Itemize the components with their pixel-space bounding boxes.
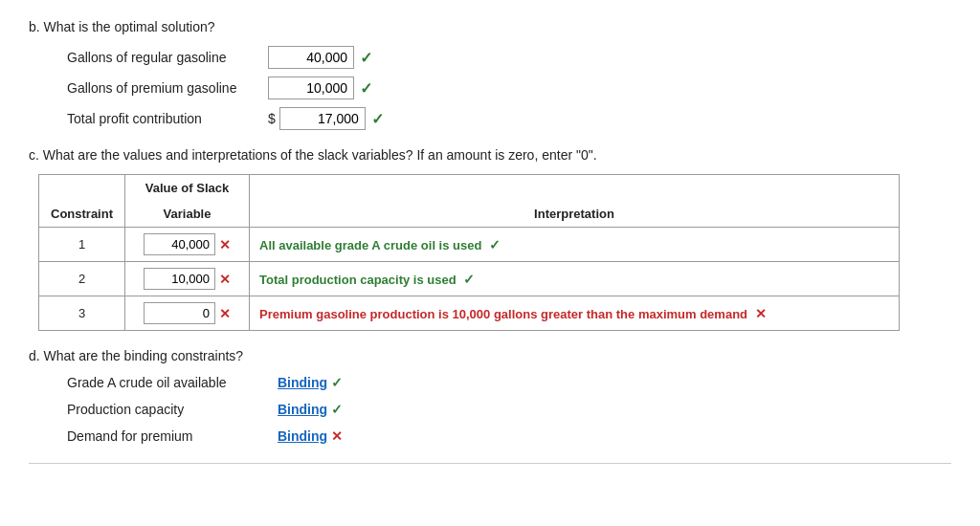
slack-value-3-cell	[125, 296, 250, 331]
binding-crude-oil-label: Grade A crude oil available	[67, 375, 278, 390]
regular-gasoline-row: Gallons of regular gasoline	[67, 46, 951, 69]
binding-production-row: Production capacity Binding	[67, 402, 951, 417]
constraint-2: 2	[39, 262, 125, 296]
header-interpretation: Interpretation	[250, 175, 900, 228]
table-row: 1 All available grade A crude oil is use…	[39, 228, 900, 262]
binding-production-value: Binding	[278, 402, 327, 417]
binding-production-check-icon	[331, 402, 343, 417]
table-row: 3 Premium gasoline production is 10,000 …	[39, 296, 900, 331]
premium-gasoline-check-icon	[360, 79, 372, 98]
header-variable: Variable	[125, 201, 250, 228]
constraint-3: 3	[39, 296, 125, 331]
slack-value-2-input[interactable]	[144, 268, 215, 290]
slack-table: Constraint Value of Slack Interpretation…	[38, 174, 900, 331]
binding-demand-row: Demand for premium Binding	[67, 428, 951, 444]
slack-value-3-input[interactable]	[144, 302, 215, 324]
interp-3-wrong-icon	[755, 306, 767, 321]
interp-2-cell: Total production capacity is used	[250, 262, 900, 296]
slack-value-3-wrong-icon	[219, 306, 231, 321]
question-d: d. What are the binding constraints?	[29, 348, 951, 363]
regular-gasoline-check-icon	[360, 49, 372, 67]
profit-input[interactable]	[279, 107, 366, 130]
premium-gasoline-row: Gallons of premium gasoline	[67, 77, 951, 99]
slack-value-1-wrong-icon	[219, 237, 231, 252]
bottom-divider	[29, 463, 951, 464]
interp-3-text: Premium gasoline production is 10,000 ga…	[259, 307, 747, 321]
profit-label: Total profit contribution	[67, 111, 268, 126]
slack-value-2-cell	[125, 262, 250, 296]
section-b: b. What is the optimal solution? Gallons…	[29, 19, 951, 130]
interp-1-check-icon	[489, 237, 501, 252]
slack-value-1-cell	[125, 228, 250, 262]
question-b: b. What is the optimal solution?	[29, 19, 951, 34]
slack-value-1-input[interactable]	[144, 233, 215, 255]
profit-row: Total profit contribution $	[67, 107, 951, 130]
interp-2-check-icon	[463, 272, 475, 287]
premium-gasoline-label: Gallons of premium gasoline	[67, 80, 268, 96]
binding-crude-oil-row: Grade A crude oil available Binding	[67, 375, 951, 390]
binding-demand-wrong-icon	[331, 428, 343, 444]
premium-gasoline-input[interactable]	[268, 77, 354, 99]
regular-gasoline-input[interactable]	[268, 46, 354, 69]
regular-gasoline-label: Gallons of regular gasoline	[67, 50, 268, 65]
interp-1-cell: All available grade A crude oil is used	[250, 228, 900, 262]
slack-value-2-wrong-icon	[219, 272, 231, 287]
binding-production-label: Production capacity	[67, 402, 278, 417]
interp-2-text: Total production capacity is used	[259, 273, 457, 287]
binding-crude-oil-check-icon	[331, 375, 343, 390]
interp-3-cell: Premium gasoline production is 10,000 ga…	[250, 296, 900, 331]
table-row: 2 Total production capacity is used	[39, 262, 900, 296]
binding-crude-oil-value: Binding	[278, 375, 327, 390]
binding-demand-label: Demand for premium	[67, 428, 278, 444]
constraint-1: 1	[39, 228, 125, 262]
binding-demand-value: Binding	[278, 428, 327, 444]
profit-check-icon	[371, 110, 384, 128]
question-c: c. What are the values and interpretatio…	[29, 147, 951, 163]
header-value-of-slack: Value of Slack	[125, 175, 250, 202]
header-constraint: Constraint	[39, 175, 125, 228]
interp-1-text: All available grade A crude oil is used	[259, 238, 481, 252]
section-d: d. What are the binding constraints? Gra…	[29, 348, 951, 444]
dollar-sign: $	[268, 111, 276, 126]
section-c: c. What are the values and interpretatio…	[29, 147, 951, 331]
